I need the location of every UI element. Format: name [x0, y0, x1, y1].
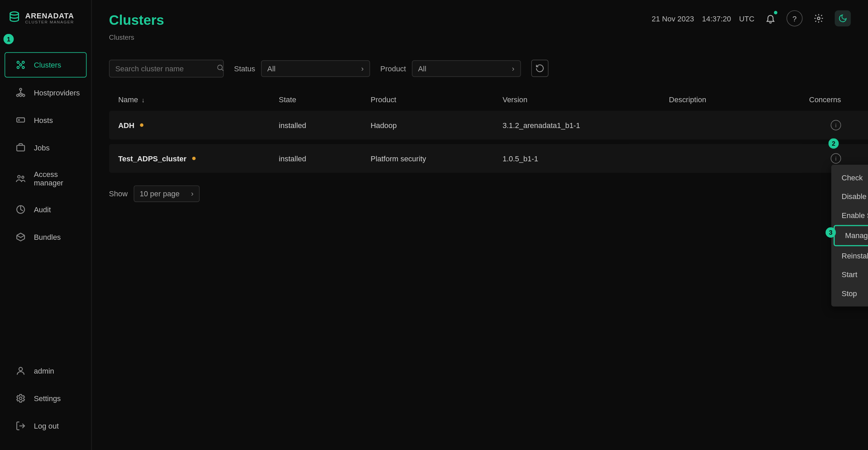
notifications-icon[interactable]: [762, 10, 778, 26]
sidebar-item-clusters[interactable]: Clusters: [5, 52, 87, 77]
cell-name[interactable]: Test_ADPS_cluster: [118, 154, 279, 163]
product-label: Product: [380, 64, 406, 72]
chevron-right-icon: ›: [191, 190, 193, 198]
main: 21 Nov 2023 14:37:20 UTC ? Clusters Clus…: [92, 0, 868, 450]
info-icon[interactable]: i: [831, 120, 841, 130]
svg-point-6: [20, 88, 22, 90]
dropdown-item-start[interactable]: Start: [831, 265, 868, 284]
sidebar-item-bundles[interactable]: Bundles: [5, 224, 87, 250]
dropdown-item-reinstall-status-checker[interactable]: Reinstall status-checker: [831, 246, 868, 265]
theme-toggle-icon[interactable]: [835, 10, 851, 26]
cell-concerns: i: [772, 153, 841, 163]
sidebar-item-label: Jobs: [34, 143, 50, 152]
brand-logo-icon: [8, 10, 21, 24]
clusters-icon: [16, 60, 26, 70]
gear-icon: [16, 393, 26, 403]
sidebar-item-jobs[interactable]: Jobs: [5, 135, 87, 160]
svg-point-5: [20, 64, 22, 66]
svg-point-14: [22, 176, 24, 178]
sidebar-item-label: Log out: [34, 421, 59, 430]
col-name[interactable]: Name↓: [118, 95, 279, 104]
col-actions[interactable]: Actions: [841, 95, 868, 104]
table-footer: Show 10 per page › ‹ ›: [92, 181, 868, 206]
status-label: Status: [234, 64, 255, 72]
per-page-select[interactable]: 10 per page ›: [133, 185, 200, 202]
secondary-nav: admin Settings Log out: [0, 344, 91, 450]
svg-point-11: [19, 120, 20, 121]
status-value: All: [267, 64, 275, 72]
tour-badge-1: 1: [3, 34, 14, 44]
col-product[interactable]: Product: [371, 95, 503, 104]
sidebar-item-label: Audit: [34, 205, 51, 214]
svg-point-7: [17, 94, 19, 96]
breadcrumb[interactable]: Clusters: [92, 32, 868, 52]
brand-subtitle: CLUSTER MANAGER: [25, 20, 74, 24]
col-state[interactable]: State: [279, 95, 370, 104]
header-tz: UTC: [739, 14, 754, 22]
dropdown-item-manage-kerberos[interactable]: Manage Kerberos: [834, 225, 868, 246]
sidebar-item-access-manager[interactable]: Access manager: [5, 162, 87, 195]
status-select[interactable]: All ›: [261, 60, 370, 77]
info-icon[interactable]: i: [831, 153, 841, 163]
table-row[interactable]: ADH installed Hadoop 3.1.2_arenadata1_b1…: [109, 111, 868, 140]
col-concerns[interactable]: Concerns: [772, 95, 841, 104]
status-dot-icon: [140, 123, 144, 127]
hostproviders-icon: [16, 87, 26, 97]
sidebar-item-label: Hosts: [34, 116, 53, 124]
search-input-wrap[interactable]: [109, 59, 224, 77]
dropdown-item-check[interactable]: Check: [831, 168, 868, 187]
svg-point-0: [10, 12, 19, 15]
sidebar-item-hosts[interactable]: Hosts: [5, 107, 87, 132]
toolbar: Status All › Product All › Create cluste…: [92, 52, 868, 85]
svg-point-1: [17, 61, 19, 63]
settings-icon[interactable]: [811, 10, 827, 26]
hosts-icon: [16, 115, 26, 125]
search-input[interactable]: [115, 64, 212, 72]
svg-point-2: [22, 61, 24, 63]
clusters-table: Name↓ State Product Version Description …: [92, 85, 868, 181]
sidebar-item-admin[interactable]: admin: [5, 358, 87, 383]
header-right: 21 Nov 2023 14:37:20 UTC ?: [652, 10, 851, 26]
sidebar-item-label: Access manager: [34, 170, 76, 187]
reset-filters-button[interactable]: [531, 60, 548, 77]
cell-name[interactable]: ADH: [118, 121, 279, 129]
header-date: 21 Nov 2023: [652, 14, 694, 22]
product-select[interactable]: All ›: [412, 60, 521, 77]
cell-actions: [841, 120, 868, 130]
sidebar-item-label: admin: [34, 366, 54, 375]
col-version[interactable]: Version: [502, 95, 669, 104]
sort-down-icon: ↓: [142, 96, 145, 103]
dropdown-item-enable-ssl[interactable]: Enable SSL: [831, 206, 868, 225]
dropdown-item-stop[interactable]: Stop: [831, 284, 868, 303]
cell-version: 3.1.2_arenadata1_b1-1: [502, 121, 669, 129]
sidebar-item-logout[interactable]: Log out: [5, 413, 87, 438]
page-title: Clusters: [109, 12, 164, 28]
svg-point-13: [18, 176, 20, 178]
tour-badge-3: 3: [826, 227, 836, 237]
chevron-right-icon: ›: [512, 64, 514, 72]
dropdown-item-disable-ssl[interactable]: Disable SSL: [831, 187, 868, 206]
svg-rect-12: [17, 145, 24, 151]
cell-product: Hadoop: [371, 121, 503, 129]
primary-nav: 1 Clusters Hostproviders Hosts: [0, 38, 91, 252]
product-value: All: [418, 64, 426, 72]
svg-point-19: [218, 65, 222, 70]
user-icon: [16, 366, 26, 376]
sidebar-item-audit[interactable]: Audit: [5, 197, 87, 222]
chevron-right-icon: ›: [361, 64, 364, 72]
brand: ARENADATA CLUSTER MANAGER: [0, 10, 91, 38]
brand-name: ARENADATA: [25, 11, 74, 20]
help-icon[interactable]: ?: [787, 10, 802, 26]
svg-point-8: [20, 94, 22, 96]
sidebar-item-settings[interactable]: Settings: [5, 386, 87, 411]
show-label: Show: [109, 190, 128, 198]
sidebar-item-label: Clusters: [34, 60, 61, 69]
table-row[interactable]: Test_ADPS_cluster installed Platform sec…: [109, 144, 868, 173]
sidebar-item-label: Settings: [34, 394, 61, 402]
cell-state: installed: [279, 154, 370, 163]
svg-point-16: [19, 367, 22, 371]
access-manager-icon: [16, 173, 26, 183]
col-description[interactable]: Description: [669, 95, 772, 104]
cell-actions: 2: [841, 153, 868, 163]
sidebar-item-hostproviders[interactable]: Hostproviders: [5, 80, 87, 105]
